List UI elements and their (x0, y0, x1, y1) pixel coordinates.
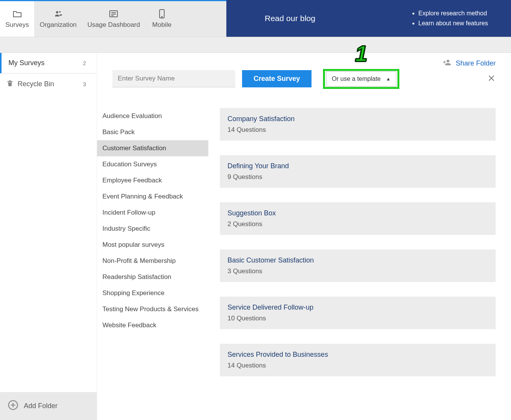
trash-icon (7, 80, 13, 89)
share-folder-button[interactable]: Share Folder (443, 58, 496, 69)
category-item[interactable]: Incident Follow-up (97, 205, 208, 221)
add-folder-button[interactable]: Add Folder (0, 392, 97, 420)
template-question-count: 14 Questions (227, 362, 488, 369)
template-question-count: 14 Questions (227, 126, 488, 134)
chevron-up-icon: ▲ (386, 76, 391, 82)
person-add-icon (443, 58, 451, 69)
svg-point-1 (59, 11, 61, 13)
template-title: Defining Your Brand (227, 162, 488, 170)
template-card[interactable]: Basic Customer Satisfaction3 Questions (220, 249, 496, 282)
category-list: Audience EvaluationBasic PackCustomer Sa… (97, 108, 208, 392)
template-card[interactable]: Services Provided to Businesses14 Questi… (220, 344, 496, 376)
templates-area: Audience EvaluationBasic PackCustomer Sa… (97, 91, 511, 392)
topnav-organization[interactable]: Organization (34, 1, 82, 37)
template-title: Service Delivered Follow-up (227, 304, 488, 312)
template-question-count: 9 Questions (227, 173, 488, 181)
share-folder-label: Share Folder (456, 59, 496, 67)
category-item[interactable]: Most popular surveys (97, 237, 208, 253)
category-item[interactable]: Event Planning & Feedback (97, 189, 208, 205)
svg-point-7 (162, 16, 162, 17)
topnav-label: Organization (40, 21, 76, 29)
sidebar-label: Recycle Bin (18, 80, 54, 88)
template-question-count: 10 Questions (227, 315, 488, 322)
sidebar-label: My Surveys (8, 59, 45, 67)
close-icon[interactable] (487, 74, 496, 84)
survey-name-input[interactable] (112, 70, 235, 87)
topnav-surveys[interactable]: Surveys (0, 1, 34, 37)
sidebar-item-recycle-bin[interactable]: Recycle Bin3 (0, 74, 97, 95)
list-icon (108, 10, 119, 18)
category-item[interactable]: Basic Pack (97, 124, 208, 140)
template-dropdown-label: Or use a template (332, 75, 381, 82)
folder-icon (12, 10, 23, 18)
plus-circle-icon (8, 400, 18, 412)
template-dropdown-group: 1 Or use a template ▲ (326, 71, 396, 87)
sidebar-item-my-surveys[interactable]: My Surveys2 (0, 53, 97, 73)
sidebar-count: 3 (83, 81, 90, 87)
header-row: Share Folder (97, 53, 511, 70)
topnav-label: Surveys (5, 21, 29, 29)
create-survey-button[interactable]: Create Survey (242, 70, 312, 87)
topnav-usage-dashboard[interactable]: Usage Dashboard (82, 1, 145, 37)
topnav-label: Mobile (152, 21, 171, 29)
template-title: Company Satisfaction (227, 115, 488, 123)
top-nav: SurveysOrganizationUsage DashboardMobile (0, 0, 226, 37)
blog-title[interactable]: Read our blog (265, 14, 315, 23)
template-title: Basic Customer Satisfaction (227, 256, 488, 264)
category-item[interactable]: Website Feedback (97, 317, 208, 333)
people-icon (53, 10, 64, 18)
template-question-count: 2 Questions (227, 220, 488, 228)
content: Share Folder Create Survey 1 Or use a te… (97, 53, 511, 420)
template-card[interactable]: Service Delivered Follow-up10 Questions (220, 297, 496, 329)
action-row: Create Survey 1 Or use a template ▲ (97, 70, 511, 91)
blog-link[interactable]: Learn about new features (419, 18, 488, 28)
sidebar: My Surveys2Recycle Bin3 Add Folder (0, 53, 97, 420)
category-item[interactable]: Readership Satisfaction (97, 269, 208, 285)
template-card[interactable]: Suggestion Box2 Questions (220, 202, 496, 235)
blog-links: Explore research methodLearn about new f… (419, 8, 488, 28)
category-item[interactable]: Shopping Experience (97, 285, 208, 301)
template-title: Suggestion Box (227, 209, 488, 217)
main: My Surveys2Recycle Bin3 Add Folder Share… (0, 53, 511, 420)
category-item[interactable]: Audience Evaluation (97, 108, 208, 124)
template-card[interactable]: Company Satisfaction14 Questions (220, 108, 496, 141)
category-item[interactable]: Industry Specific (97, 221, 208, 237)
category-item[interactable]: Education Surveys (97, 156, 208, 172)
use-template-dropdown[interactable]: Or use a template ▲ (326, 71, 396, 87)
template-card[interactable]: Defining Your Brand9 Questions (220, 155, 496, 188)
phone-icon (156, 10, 168, 18)
template-list: Company Satisfaction14 QuestionsDefining… (220, 108, 496, 392)
category-item[interactable]: Customer Satisfaction (97, 140, 208, 156)
svg-point-0 (56, 11, 58, 13)
sidebar-count: 2 (83, 60, 90, 66)
category-item[interactable]: Testing New Products & Services (97, 301, 208, 317)
category-item[interactable]: Non-Profit & Membership (97, 253, 208, 269)
template-title: Services Provided to Businesses (227, 351, 488, 359)
sub-bar (0, 37, 511, 53)
topnav-label: Usage Dashboard (87, 21, 140, 29)
topnav-mobile[interactable]: Mobile (145, 1, 178, 37)
annotation-number: 1 (355, 41, 367, 66)
top-bar: SurveysOrganizationUsage DashboardMobile… (0, 0, 511, 37)
category-item[interactable]: Employee Feedback (97, 172, 208, 189)
template-question-count: 3 Questions (227, 267, 488, 275)
blog-banner: Read our blog Explore research methodLea… (226, 0, 511, 37)
blog-link[interactable]: Explore research method (419, 8, 488, 18)
add-folder-label: Add Folder (24, 402, 58, 410)
